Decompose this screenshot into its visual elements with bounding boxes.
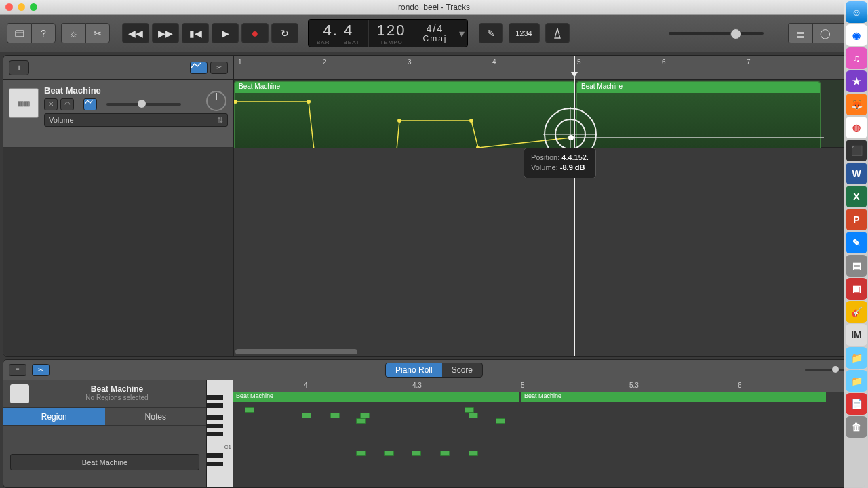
automation-mode[interactable] — [83, 98, 97, 110]
playhead[interactable] — [574, 56, 575, 356]
settings-icon[interactable]: ☼ — [61, 23, 85, 43]
playhead-marker-icon — [571, 72, 578, 77]
safari-icon[interactable]: ◉ — [846, 24, 867, 46]
track-header-panel: + ✂ ▦▦ Beat Machine ✕ ◠ Volume⇅ — [3, 56, 234, 356]
transport-controls: ◀◀ ▶▶ ▮◀ ▶ ● ↻ — [122, 23, 298, 43]
app-icon[interactable]: ✎ — [846, 232, 867, 253]
metronome-icon[interactable] — [545, 23, 570, 43]
midi-note[interactable] — [302, 413, 311, 418]
master-volume-slider[interactable] — [669, 32, 764, 35]
tab-pianoroll[interactable]: Piano Roll — [386, 363, 442, 377]
midi-note[interactable] — [469, 451, 478, 456]
app-icon[interactable]: IM — [846, 324, 867, 346]
stop-button[interactable]: ▮◀ — [182, 23, 209, 43]
piano-roll-grid[interactable]: 4 4.3 5 5.3 6 Beat Machine Beat Machine — [233, 380, 865, 487]
play-button[interactable]: ▶ — [212, 23, 239, 43]
automation-parameter-select[interactable]: Volume⇅ — [44, 113, 228, 127]
pr-instrument-icon — [10, 384, 29, 403]
region-lane[interactable]: Beat Machine Beat Machine Position: 4.4.… — [234, 80, 865, 148]
midi-note[interactable] — [496, 418, 505, 424]
folder-icon[interactable]: 📁 — [846, 347, 867, 369]
note-pad-button[interactable]: ▤ — [788, 23, 812, 43]
chrome-icon[interactable]: ◍ — [846, 117, 867, 138]
pr-region-name-field[interactable]: Beat Machine — [10, 454, 199, 470]
track-volume-slider[interactable] — [106, 103, 181, 106]
lcd-key[interactable]: Cmaj — [422, 34, 447, 43]
midi-note[interactable] — [356, 451, 366, 456]
help-button[interactable]: ? — [31, 23, 56, 43]
close-icon[interactable] — [5, 3, 13, 11]
timeline-ruler[interactable]: 1 2 3 4 5 6 7 — [234, 56, 865, 80]
trash-icon[interactable]: 🗑 — [846, 416, 867, 438]
app-icon[interactable]: ▣ — [846, 278, 867, 300]
midi-note[interactable] — [245, 407, 254, 413]
lcd-timesig[interactable]: 4/4 — [422, 23, 447, 34]
midi-note[interactable] — [465, 407, 474, 413]
cycle-button[interactable]: ↻ — [271, 23, 298, 43]
pr-region-label: Beat Machine — [233, 392, 519, 402]
horizontal-scrollbar[interactable] — [235, 349, 357, 354]
lcd-display: 4. 4 BARBEAT 120 TEMPO 4/4 Cmaj ▾ — [308, 19, 468, 47]
loop-browser-button[interactable]: ◯ — [812, 23, 837, 43]
rewind-button[interactable]: ◀◀ — [122, 23, 149, 43]
track-row[interactable]: ▦▦ Beat Machine ✕ ◠ Volume⇅ — [3, 80, 233, 148]
record-button[interactable]: ● — [241, 23, 269, 43]
tab-region[interactable]: Region — [3, 408, 105, 426]
app-icon[interactable]: ⬛ — [846, 140, 867, 161]
arrange-area: + ✂ ▦▦ Beat Machine ✕ ◠ Volume⇅ — [3, 55, 865, 357]
pencil-icon[interactable]: ✎ — [479, 23, 503, 43]
instrument-icon[interactable]: ▦▦ — [9, 88, 39, 118]
count-in-button[interactable]: 1234 — [509, 23, 540, 43]
itunes-icon[interactable]: ♫ — [846, 47, 867, 69]
svg-point-7 — [397, 119, 401, 123]
tab-notes[interactable]: Notes — [105, 408, 207, 426]
midi-note[interactable] — [384, 451, 394, 456]
tool-menu[interactable]: ✂ — [210, 62, 228, 74]
mute-button[interactable]: ✕ — [44, 98, 58, 110]
pdf-icon[interactable]: 📄 — [846, 393, 867, 415]
pr-playhead — [521, 380, 521, 487]
finder-icon[interactable]: ☺ — [846, 1, 867, 23]
pr-tool-icon[interactable]: ✂ — [32, 364, 50, 376]
arrange-empty[interactable] — [234, 148, 865, 356]
editor-view-tabs[interactable]: Piano Roll Score — [385, 363, 483, 378]
timeline[interactable]: 1 2 3 4 5 6 7 Beat Machine Beat Machine — [234, 56, 865, 356]
lcd-position[interactable]: 4. 4 — [317, 22, 360, 39]
tab-score[interactable]: Score — [442, 363, 482, 377]
library-button[interactable] — [7, 23, 31, 43]
firefox-icon[interactable]: 🦊 — [846, 94, 867, 115]
svg-point-8 — [469, 119, 473, 123]
midi-note[interactable] — [469, 413, 478, 418]
track-list-empty — [3, 148, 233, 356]
piano-keyboard[interactable]: C1 — [207, 380, 233, 487]
excel-icon[interactable]: X — [846, 186, 867, 207]
minimize-icon[interactable] — [18, 3, 25, 11]
headphone-icon[interactable]: ◠ — [60, 98, 74, 110]
garageband-icon[interactable]: 🎸 — [846, 301, 867, 323]
pr-menu-icon[interactable]: ≡ — [9, 364, 26, 376]
midi-note[interactable] — [412, 451, 421, 456]
svg-point-3 — [234, 100, 237, 104]
midi-note[interactable] — [356, 418, 366, 424]
svg-rect-0 — [16, 30, 24, 37]
pr-ruler[interactable]: 4 4.3 5 5.3 6 — [233, 380, 865, 392]
midi-note[interactable] — [440, 451, 450, 456]
macos-dock: ☺ ◉ ♫ ★ 🦊 ◍ ⬛ W X P ✎ ▤ ▣ 🎸 IM 📁 📁 📄 🗑 — [844, 0, 868, 488]
zoom-icon[interactable] — [30, 3, 37, 11]
pr-track-name: Beat Machine — [35, 384, 199, 394]
app-icon[interactable]: ★ — [846, 70, 867, 92]
midi-note[interactable] — [360, 413, 370, 418]
automation-toggle[interactable] — [190, 62, 208, 74]
toolbar: ? ☼ ✂ ◀◀ ▶▶ ▮◀ ▶ ● ↻ 4. 4 BARBEAT 120 TE… — [0, 15, 868, 52]
lcd-tempo[interactable]: 120 — [377, 22, 406, 39]
word-icon[interactable]: W — [846, 163, 867, 184]
app-icon[interactable]: ▤ — [846, 255, 867, 277]
pr-region-label: Beat Machine — [521, 392, 826, 402]
scissors-icon[interactable]: ✂ — [85, 23, 110, 43]
add-track-button[interactable]: + — [9, 60, 29, 75]
powerpoint-icon[interactable]: P — [846, 209, 867, 230]
folder-icon[interactable]: 📁 — [846, 370, 867, 392]
midi-note[interactable] — [330, 413, 340, 418]
forward-button[interactable]: ▶▶ — [152, 23, 179, 43]
pan-knob[interactable] — [206, 91, 226, 111]
